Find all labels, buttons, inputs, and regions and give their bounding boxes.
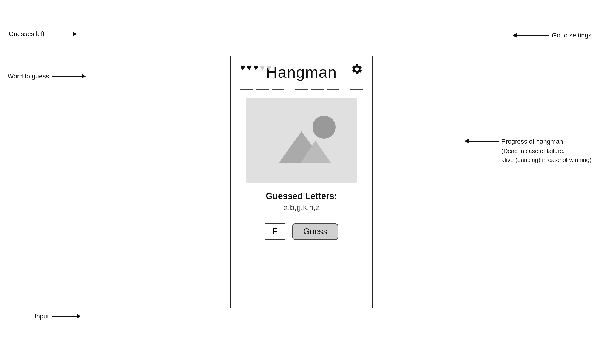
annotation-progress-detail: (Dead in case of failure,alive (dancing)… [501,147,591,165]
word-dash-4 [295,89,308,90]
input-row: Guess [265,223,338,240]
annotation-word-to-guess: Word to guess [8,73,86,80]
annotation-go-settings-label: Go to settings [552,32,591,39]
settings-icon[interactable] [351,63,363,78]
letter-input[interactable] [265,223,285,240]
word-dash-1 [240,89,253,90]
annotation-go-to-settings: Go to settings [513,32,591,39]
annotation-input: Input [35,312,81,320]
annotation-progress-label: Progress of hangman [501,138,591,145]
word-dash-3 [272,89,284,90]
heart-4: ♥ [260,63,265,72]
word-dash-5 [311,89,324,90]
hangman-image [246,98,357,183]
header-row: ♥ ♥ ♥ ♥ ♥ Hangman [240,63,363,81]
game-title: Hangman [266,63,337,81]
annotation-word-label: Word to guess [8,73,49,80]
heart-5: ♥ [266,63,272,72]
guessed-title: Guessed Letters: [266,191,337,201]
annotation-guesses-left-label: Guesses left [9,30,45,38]
svg-point-2 [313,116,336,139]
guessed-letters: a,b,g,k,n,z [266,203,337,212]
game-card: ♥ ♥ ♥ ♥ ♥ Hangman [230,55,373,309]
annotation-guesses-left: Guesses left [9,30,77,38]
hearts-row: ♥ ♥ ♥ ♥ ♥ [240,63,272,72]
word-dash-7 [350,89,363,90]
word-row [240,89,363,93]
word-dash-2 [256,89,269,90]
word-dash-6 [327,89,339,90]
heart-3: ♥ [253,63,258,72]
annotation-progress: Progress of hangman (Dead in case of fai… [464,138,591,165]
heart-1: ♥ [240,63,245,72]
annotation-input-label: Input [35,312,49,320]
guess-button[interactable]: Guess [292,223,338,240]
guessed-section: Guessed Letters: a,b,g,k,n,z [266,191,337,212]
heart-2: ♥ [247,63,252,72]
page-container: Guesses left ♥ ♥ ♥ ♥ ♥ Hangman [0,0,603,364]
